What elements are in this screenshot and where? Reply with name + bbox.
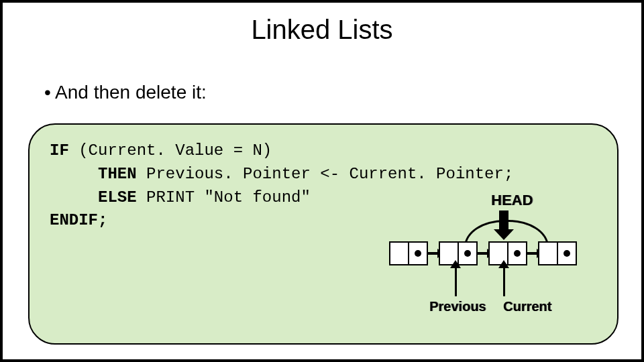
link-arrow-icon [476, 252, 488, 255]
node-data-cell [539, 243, 558, 264]
list-node [389, 241, 428, 265]
code-else: PRINT "Not found" [137, 188, 311, 206]
pointer-dot-icon [514, 250, 521, 257]
previous-arrow-icon [455, 267, 457, 296]
node-ptr-cell [508, 243, 526, 264]
list-node [538, 241, 577, 265]
slide-title: Linked Lists [3, 15, 641, 45]
node-ptr-cell [558, 243, 576, 264]
kw-else: ELSE [98, 188, 137, 206]
link-arrow-icon [427, 252, 439, 255]
pointer-dot-icon [415, 250, 421, 257]
current-arrow-icon [503, 267, 505, 296]
linked-list-diagram: HEAD [389, 192, 604, 326]
link-arrow-icon [526, 252, 538, 255]
pointer-dot-icon [564, 250, 570, 257]
kw-endif: ENDIF; [50, 211, 107, 229]
current-label: Current [503, 299, 551, 314]
previous-label: Previous [429, 299, 486, 314]
code-then: Previous. Pointer <- Current. Pointer; [137, 165, 514, 183]
code-block: IF (Current. Value = N) THEN Previous. P… [28, 123, 619, 345]
head-label: HEAD [491, 192, 533, 209]
kw-then: THEN [98, 165, 137, 183]
node-ptr-cell [409, 243, 427, 264]
kw-if: IF [50, 141, 69, 160]
node-row [389, 241, 577, 265]
node-data-cell [390, 243, 409, 264]
code-cond: (Current. Value = N) [69, 141, 272, 160]
bullet-text: And then delete it: [44, 82, 207, 103]
node-ptr-cell [459, 243, 476, 264]
slide-frame: Linked Lists And then delete it: IF (Cur… [0, 0, 644, 362]
pointer-dot-icon [464, 250, 471, 257]
